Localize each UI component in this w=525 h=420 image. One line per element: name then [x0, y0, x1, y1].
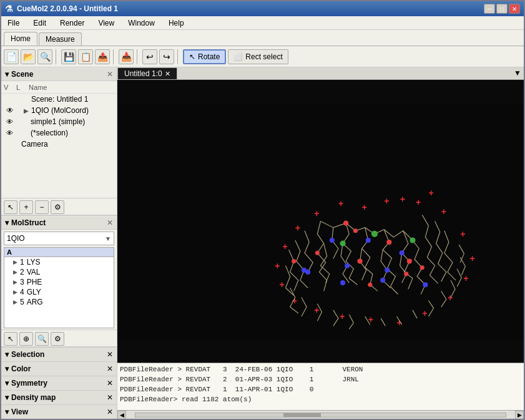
log-line-1: PDBFileReader > REVDAT 2 01-APR-03 1QIO …	[120, 374, 521, 384]
symmetry-close[interactable]: ✕	[107, 379, 113, 388]
density-map-close[interactable]: ✕	[107, 393, 113, 402]
selection-header[interactable]: ▾ Selection ✕	[1, 348, 117, 361]
view-panel: ▾ View ✕	[1, 404, 117, 419]
new-button[interactable]: 📄	[4, 49, 19, 64]
ribbon-tab-strip: Home Measure	[1, 30, 524, 46]
undo-button[interactable]: ↩	[142, 49, 157, 64]
molstruct-label: MolStruct	[11, 218, 46, 227]
triangle-1qio: ▶	[24, 107, 29, 114]
log-scroll-thumb[interactable]	[283, 413, 321, 417]
selection-label: Selection	[11, 350, 44, 359]
view-arrow: ▾	[5, 408, 9, 416]
residue-item-5[interactable]: ▶ 5 ARG	[4, 297, 114, 307]
scene-btn-select[interactable]: ↖	[4, 200, 17, 214]
selection-title: ▾ Selection	[5, 350, 44, 359]
right-area: Untitled 1:0 ✕ ▼ + + + + +	[117, 67, 524, 419]
save-button[interactable]: 💾	[61, 49, 76, 64]
menu-render[interactable]: Render	[56, 17, 88, 29]
selection-close[interactable]: ✕	[107, 350, 113, 359]
residue-num-2: 2	[20, 268, 24, 276]
menu-view[interactable]: View	[94, 17, 118, 29]
symmetry-title: ▾ Symmetry	[5, 379, 47, 388]
svg-point-36	[407, 259, 412, 264]
scene-item-selection[interactable]: 👁 (*selection)	[1, 127, 117, 139]
rect-select-button[interactable]: ⬜ Rect select	[228, 49, 288, 64]
window-title: CueMol2 2.0.0.94 - Untitled 1	[17, 4, 118, 13]
menu-window[interactable]: Window	[124, 17, 159, 29]
tab-home[interactable]: Home	[4, 32, 37, 46]
color-title: ▾ Color	[5, 364, 31, 373]
molstruct-collapse-arrow[interactable]: ▾	[5, 218, 9, 227]
molecule-display: + + + + + + + + + + + + + + +	[117, 80, 524, 363]
svg-text:+: +	[340, 311, 345, 321]
molstruct-close-button[interactable]: ✕	[107, 218, 113, 227]
scene-item-1qio[interactable]: 👁 ▶ 1QIO (MolCoord)	[1, 105, 117, 116]
residue-list[interactable]: A ▶ 1 LYS ▶ 2 VAL ▶ 3 PHE	[4, 247, 114, 328]
saveas-button[interactable]: 📋	[78, 49, 93, 64]
scene-btn-settings[interactable]: ⚙	[51, 200, 64, 214]
log-scroll-left[interactable]: ◀	[117, 411, 126, 419]
doc-tab-close-btn[interactable]: ✕	[165, 70, 170, 78]
log-scroll-track[interactable]	[135, 413, 506, 418]
open-button[interactable]: 📂	[21, 49, 36, 64]
doc-tab-untitled[interactable]: Untitled 1:0 ✕	[117, 67, 177, 79]
maximize-button[interactable]: □	[496, 4, 508, 14]
color-close[interactable]: ✕	[107, 364, 113, 373]
molstruct-dropdown[interactable]: 1QIO ▼	[4, 232, 114, 245]
app-icon: ⚗	[5, 4, 13, 14]
close-button[interactable]: ✕	[509, 4, 520, 14]
density-map-header[interactable]: ▾ Density map ✕	[1, 391, 117, 404]
mol-settings-btn[interactable]: ⚙	[51, 332, 64, 346]
redo-button[interactable]: ↪	[159, 49, 174, 64]
chain-header: A	[4, 248, 114, 257]
residue-item-4[interactable]: ▶ 4 GLY	[4, 287, 114, 297]
log-scroll-right[interactable]: ▶	[515, 411, 524, 419]
log-line-0: PDBFileReader > REVDAT 3 24-FEB-06 1QIO …	[120, 364, 521, 374]
residue-item-3[interactable]: ▶ 3 PHE	[4, 277, 114, 287]
mol-crosshair-btn[interactable]: ⊕	[19, 332, 33, 346]
minimize-button[interactable]: ─	[484, 4, 495, 14]
scene-collapse-arrow[interactable]: ▾	[5, 70, 9, 79]
view-header[interactable]: ▾ View ✕	[1, 405, 117, 419]
view-close[interactable]: ✕	[107, 408, 113, 416]
menu-file[interactable]: File	[4, 17, 23, 29]
rotate-button[interactable]: ↖ Rotate	[183, 49, 226, 64]
menu-help[interactable]: Help	[165, 17, 188, 29]
log-scrollbar-horizontal[interactable]: ◀ ▶	[117, 410, 524, 419]
residue-name-5: ARG	[27, 298, 43, 306]
toolbar-separator-2	[113, 49, 115, 64]
svg-text:+: +	[295, 223, 300, 233]
mol-zoom-btn[interactable]: 🔍	[35, 332, 49, 346]
residue-triangle-3: ▶	[13, 279, 17, 285]
scene-item-camera[interactable]: Camera	[1, 139, 117, 150]
import-button[interactable]: 📥	[119, 49, 134, 64]
menu-edit[interactable]: Edit	[29, 17, 50, 29]
molstruct-panel: ▾ MolStruct ✕ 1QIO ▼ A ▶ 1 LYS	[1, 215, 117, 347]
scene-item-selection-label: (*selection)	[31, 129, 68, 137]
log-panel: PDBFileReader > REVDAT 3 24-FEB-06 1QIO …	[117, 363, 524, 419]
doc-tab-scroll-arrow[interactable]: ▼	[511, 67, 524, 79]
molstruct-title: ▾ MolStruct	[5, 218, 46, 227]
mol-select-btn[interactable]: ↖	[4, 332, 17, 346]
scene-item-camera-label: Camera	[21, 140, 48, 149]
scene-toolbar: ↖ + − ⚙	[1, 198, 117, 215]
tab-measure[interactable]: Measure	[39, 32, 82, 46]
symmetry-header[interactable]: ▾ Symmetry ✕	[1, 376, 117, 390]
export-button[interactable]: 📤	[95, 49, 110, 64]
residue-item-1[interactable]: ▶ 1 LYS	[4, 257, 114, 267]
svg-point-39	[420, 265, 424, 270]
residue-item-2[interactable]: ▶ 2 VAL	[4, 267, 114, 277]
scene-close-button[interactable]: ✕	[107, 70, 113, 79]
scene-item-untitled[interactable]: Scene: Untitled 1	[1, 94, 117, 105]
browse-button[interactable]: 🔍	[37, 49, 52, 64]
scene-btn-add[interactable]: +	[19, 200, 33, 214]
scene-btn-remove[interactable]: −	[35, 200, 49, 214]
viewport[interactable]: + + + + + + + + + + + + + + +	[117, 80, 524, 363]
view-title: ▾ View	[5, 408, 28, 416]
residue-num-1: 1	[20, 258, 24, 266]
scene-label: Scene	[11, 70, 33, 79]
residue-name-2: VAL	[27, 268, 41, 276]
color-header[interactable]: ▾ Color ✕	[1, 362, 117, 376]
residue-num-3: 3	[20, 278, 24, 286]
scene-item-simple1[interactable]: 👁 simple1 (simple)	[1, 116, 117, 127]
